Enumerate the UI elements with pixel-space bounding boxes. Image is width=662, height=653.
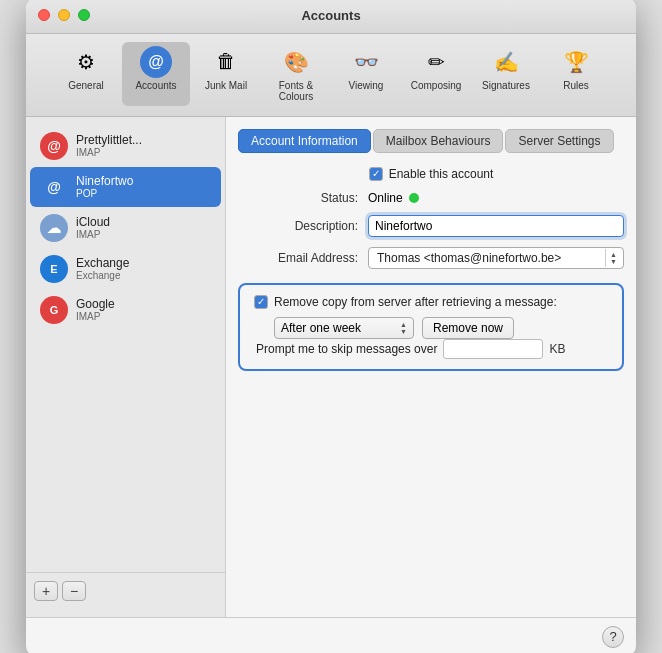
prompt-input[interactable] [443, 339, 543, 359]
composing-icon: ✏ [420, 46, 452, 78]
after-option-dropdown[interactable]: After one week ▲ ▼ [274, 317, 414, 339]
enable-label: Enable this account [389, 167, 494, 181]
after-option-label: After one week [281, 321, 361, 335]
toolbar-label-viewing: Viewing [349, 80, 384, 91]
add-account-button[interactable]: + [34, 581, 58, 601]
accounts-icon: @ [140, 46, 172, 78]
account-type-google: IMAP [76, 311, 115, 322]
help-icon: ? [609, 629, 616, 644]
viewing-icon: 👓 [350, 46, 382, 78]
status-value: Online [368, 191, 403, 205]
remove-now-button[interactable]: Remove now [422, 317, 514, 339]
toolbar: ⚙ General @ Accounts 🗑 Junk Mail 🎨 Fonts… [26, 34, 636, 117]
sidebar-item-prettylittlet[interactable]: @ Prettylittlet... IMAP [30, 126, 221, 166]
status-label: Status: [238, 191, 358, 205]
window-controls [38, 9, 90, 21]
email-row: Email Address: Thomas <thomas@ninefortwo… [238, 247, 624, 269]
minus-icon: − [70, 583, 78, 599]
signatures-icon: ✍ [490, 46, 522, 78]
toolbar-label-general: General [68, 80, 104, 91]
account-name-exchange: Exchange [76, 256, 129, 270]
tab-server-settings[interactable]: Server Settings [505, 129, 613, 153]
avatar-ninefortwo: @ [40, 173, 68, 201]
arrow-up: ▲ [610, 251, 617, 258]
fonts-colours-icon: 🎨 [280, 46, 312, 78]
titlebar: Accounts [26, 0, 636, 34]
account-type-prettylittlet: IMAP [76, 147, 142, 158]
maximize-button[interactable] [78, 9, 90, 21]
content-area: @ Prettylittlet... IMAP @ Ninefortwo POP… [26, 117, 636, 617]
description-label: Description: [238, 219, 358, 233]
email-select-wrap: Thomas <thomas@ninefortwo.be> ▲ ▼ [368, 247, 624, 269]
toolbar-label-accounts: Accounts [135, 80, 176, 91]
account-name-icloud: iCloud [76, 215, 110, 229]
arrow-up-icon: ▲ [400, 321, 407, 328]
account-name-google: Google [76, 297, 115, 311]
account-type-icloud: IMAP [76, 229, 110, 240]
remove-copy-label: Remove copy from server after retrieving… [274, 295, 557, 309]
toolbar-item-junk-mail[interactable]: 🗑 Junk Mail [192, 42, 260, 106]
remove-copy-section: ✓ Remove copy from server after retrievi… [238, 283, 624, 371]
help-row: ? [26, 617, 636, 654]
help-button[interactable]: ? [602, 626, 624, 648]
email-value: Thomas <thomas@ninefortwo.be> [373, 251, 605, 265]
toolbar-item-composing[interactable]: ✏ Composing [402, 42, 470, 106]
avatar-prettylittlet: @ [40, 132, 68, 160]
plus-icon: + [42, 583, 50, 599]
avatar-icloud: ☁ [40, 214, 68, 242]
toolbar-label-composing: Composing [411, 80, 462, 91]
prompt-label: Prompt me to skip messages over [256, 342, 437, 356]
account-list: @ Prettylittlet... IMAP @ Ninefortwo POP… [26, 125, 225, 572]
status-row: Status: Online [238, 191, 624, 205]
account-name-ninefortwo: Ninefortwo [76, 174, 133, 188]
toolbar-label-junk-mail: Junk Mail [205, 80, 247, 91]
tabs: Account Information Mailbox Behaviours S… [238, 129, 624, 153]
general-icon: ⚙ [70, 46, 102, 78]
prompt-unit: KB [549, 342, 565, 356]
sidebar-footer: + − [26, 572, 225, 609]
sidebar-item-exchange[interactable]: E Exchange Exchange [30, 249, 221, 289]
close-button[interactable] [38, 9, 50, 21]
status-dot [409, 193, 419, 203]
window-title: Accounts [301, 8, 360, 23]
sidebar-item-ninefortwo[interactable]: @ Ninefortwo POP [30, 167, 221, 207]
remove-copy-controls: After one week ▲ ▼ Remove now [274, 317, 608, 339]
toolbar-item-signatures[interactable]: ✍ Signatures [472, 42, 540, 106]
minimize-button[interactable] [58, 9, 70, 21]
email-dropdown-arrows[interactable]: ▲ ▼ [605, 249, 619, 267]
toolbar-item-fonts-colours[interactable]: 🎨 Fonts & Colours [262, 42, 330, 106]
enable-row: ✓ Enable this account [238, 167, 624, 181]
avatar-exchange: E [40, 255, 68, 283]
account-name-prettylittlet: Prettylittlet... [76, 133, 142, 147]
tab-account-information[interactable]: Account Information [238, 129, 371, 153]
account-type-exchange: Exchange [76, 270, 129, 281]
dropdown-arrows: ▲ ▼ [400, 321, 407, 335]
avatar-google: G [40, 296, 68, 324]
prompt-row: Prompt me to skip messages over KB [256, 339, 608, 359]
email-label: Email Address: [238, 251, 358, 265]
toolbar-item-rules[interactable]: 🏆 Rules [542, 42, 610, 106]
description-row: Description: [238, 215, 624, 237]
toolbar-item-viewing[interactable]: 👓 Viewing [332, 42, 400, 106]
sidebar-item-icloud[interactable]: ☁ iCloud IMAP [30, 208, 221, 248]
junk-mail-icon: 🗑 [210, 46, 242, 78]
account-type-ninefortwo: POP [76, 188, 133, 199]
tab-mailbox-behaviours[interactable]: Mailbox Behaviours [373, 129, 504, 153]
enable-checkbox[interactable]: ✓ [369, 167, 383, 181]
description-input[interactable] [368, 215, 624, 237]
remove-copy-checkbox[interactable]: ✓ [254, 295, 268, 309]
sidebar-item-google[interactable]: G Google IMAP [30, 290, 221, 330]
sidebar: @ Prettylittlet... IMAP @ Ninefortwo POP… [26, 117, 226, 617]
toolbar-label-fonts-colours: Fonts & Colours [268, 80, 324, 102]
remove-copy-row: ✓ Remove copy from server after retrievi… [254, 295, 608, 309]
toolbar-item-accounts[interactable]: @ Accounts [122, 42, 190, 106]
main-panel: Account Information Mailbox Behaviours S… [226, 117, 636, 617]
main-window: Accounts ⚙ General @ Accounts 🗑 Junk Mai… [26, 0, 636, 653]
toolbar-label-rules: Rules [563, 80, 589, 91]
remove-account-button[interactable]: − [62, 581, 86, 601]
arrow-down: ▼ [610, 258, 617, 265]
form-section: ✓ Enable this account Status: Online Des… [238, 167, 624, 371]
toolbar-label-signatures: Signatures [482, 80, 530, 91]
toolbar-item-general[interactable]: ⚙ General [52, 42, 120, 106]
arrow-down-icon: ▼ [400, 328, 407, 335]
